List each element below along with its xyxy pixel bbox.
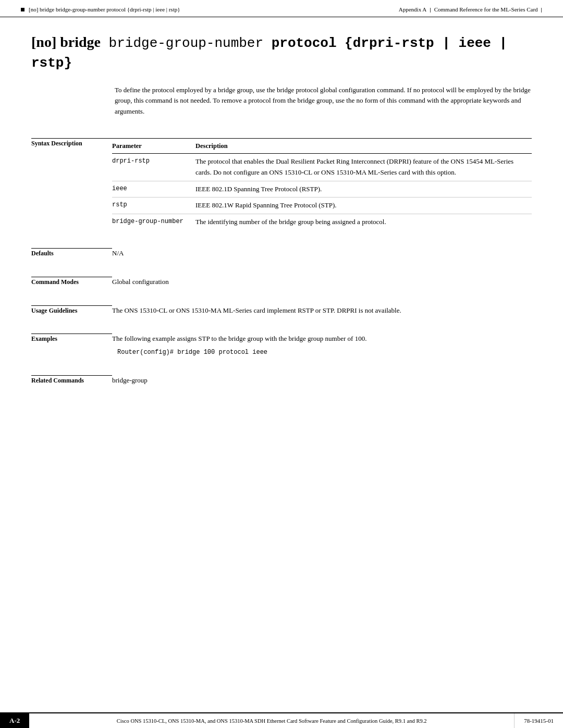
examples-label: Examples [31,334,112,357]
defaults-label: Defaults [31,248,112,259]
footer-center-text: Cisco ONS 15310-CL, ONS 15310-MA, and ON… [29,713,514,728]
col-description: Description [195,138,532,153]
syntax-param: rstp [112,198,195,214]
syntax-description-label: Syntax Description [31,138,112,230]
page-header: [no] bridge bridge-group-number protocol… [0,0,563,17]
col-parameter: Parameter [112,138,195,153]
footer-doc-number: 78-19415-01 [514,713,563,728]
syntax-desc: The identifying number of the bridge gro… [195,214,532,230]
bullet-icon [21,8,25,11]
usage-guidelines-label: Usage Guidelines [31,305,112,316]
syntax-description-section: Syntax Description Parameter Description… [31,133,532,230]
appendix-label: Appendix A [399,6,426,13]
footer-inner: A-2 Cisco ONS 15310-CL, ONS 15310-MA, an… [0,713,563,728]
command-middle: bridge-group-number [101,35,272,51]
syntax-param: drpri-rstp [112,153,195,181]
code-block: Router(config)# bridge 100 protocol ieee [117,348,532,357]
syntax-table: Parameter Description drpri-rstpThe prot… [112,138,532,230]
page-content: [no] bridge bridge-group-number protocol… [0,17,563,440]
related-commands-label: Related Commands [31,375,112,386]
page-footer: A-2 Cisco ONS 15310-CL, ONS 15310-MA, an… [0,712,563,728]
header-breadcrumb-area: [no] bridge bridge-group-number protocol… [21,6,180,13]
breadcrumb-text: [no] bridge bridge-group-number protocol… [29,6,180,13]
defaults-section: Defaults N/A [31,243,532,259]
examples-text: The following example assigns STP to the… [112,334,532,344]
command-title: [no] bridge bridge-group-number protocol… [31,33,532,72]
usage-guidelines-section: Usage Guidelines The ONS 15310-CL or ONS… [31,300,532,316]
command-modes-value: Global configuration [112,277,532,288]
related-commands-section: Related Commands bridge-group [31,370,532,386]
syntax-param: bridge-group-number [112,214,195,230]
footer-page-number: A-2 [0,713,29,728]
examples-content: The following example assigns STP to the… [112,334,532,357]
syntax-table-row: drpri-rstpThe protocol that enables the … [112,153,532,181]
command-bridge: bridge [60,34,101,50]
appendix-title: Command Reference for the ML-Series Card [434,6,538,13]
syntax-param: ieee [112,181,195,198]
header-end-divider: | [541,6,542,13]
syntax-description-content: Parameter Description drpri-rstpThe prot… [112,138,532,230]
syntax-table-header-row: Parameter Description [112,138,532,153]
related-commands-value: bridge-group [112,375,532,386]
syntax-desc: The protocol that enables the Dual Resil… [195,153,532,181]
defaults-value: N/A [112,248,532,259]
syntax-desc: IEEE 802.1W Rapid Spanning Tree Protocol… [195,198,532,214]
syntax-table-row: ieeeIEEE 802.1D Spanning Tree Protocol (… [112,181,532,198]
examples-section: Examples The following example assigns S… [31,328,532,357]
command-no: [no] [31,34,60,50]
syntax-table-row: rstpIEEE 802.1W Rapid Spanning Tree Prot… [112,198,532,214]
command-modes-label: Command Modes [31,277,112,288]
code-prompt: Router(config)# [117,349,174,356]
syntax-table-row: bridge-group-numberThe identifying numbe… [112,214,532,230]
syntax-desc: IEEE 802.1D Spanning Tree Protocol (RSTP… [195,181,532,198]
usage-guidelines-value: The ONS 15310-CL or ONS 15310-MA ML-Seri… [112,305,532,316]
intro-paragraph: To define the protocol employed by a bri… [115,85,532,117]
command-modes-section: Command Modes Global configuration [31,272,532,288]
header-divider: | [430,6,431,13]
header-appendix-area: Appendix A | Command Reference for the M… [399,6,542,13]
code-command: bridge 100 protocol ieee [174,349,267,356]
